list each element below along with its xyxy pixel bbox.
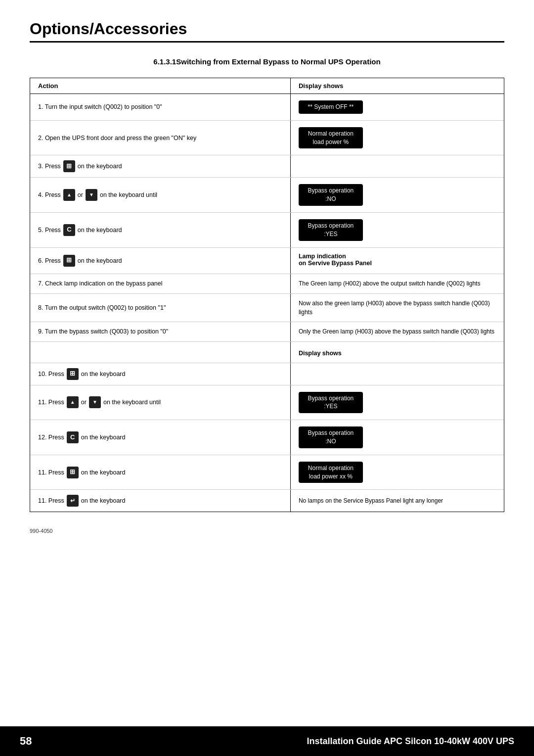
table-row: 2. Open the UPS front door and press the… — [30, 121, 504, 156]
table-row: 11. Press on the keyboard Normal operati… — [30, 455, 504, 490]
action-mid: or — [81, 397, 87, 407]
action-cell: 2. Open the UPS front door and press the… — [30, 121, 291, 155]
action-cell: 12. Press C on the keyboard — [30, 420, 291, 455]
page-title: Options/Accessories — [30, 20, 504, 38]
display-cell: Normal operationload power xx % — [291, 455, 504, 490]
action-line: 10. Press on the keyboard — [38, 368, 282, 380]
action-cell: 10. Press on the keyboard — [30, 363, 291, 385]
document-code: 990-4050 — [30, 528, 53, 534]
action-cell: 3. Press on the keyboard — [30, 155, 291, 177]
action-prefix: 3. Press — [38, 161, 61, 171]
action-suffix: on the keyboard — [81, 369, 126, 379]
display-cell: Lamp indicationon Servive Bypass Panel — [291, 248, 504, 274]
table-row: 10. Press on the keyboard — [30, 363, 504, 385]
action-suffix: on the keyboard — [78, 225, 122, 235]
display-cell: No lamps on the Service Bypass Panel lig… — [291, 490, 504, 512]
action-text: 1. Turn the input switch (Q002) to posit… — [38, 103, 282, 110]
grid-keyboard-icon — [63, 255, 75, 267]
page-content: Options/Accessories 6.1.3.1Switching fro… — [0, 0, 534, 522]
display-cell — [291, 155, 504, 177]
action-line: 3. Press on the keyboard — [38, 160, 282, 172]
action-line: 4. Press or on the keyboard until — [38, 189, 282, 201]
lamp-text: Now also the green lamp (H003) above the… — [299, 299, 496, 317]
action-suffix: on the keyboard — [78, 161, 122, 171]
display-cell — [291, 363, 504, 385]
action-cell: 1. Turn the input switch (Q002) to posit… — [30, 94, 291, 120]
table-row: 3. Press on the keyboard — [30, 155, 504, 178]
display-shows-subheader: Display shows — [299, 347, 496, 358]
table-row: 1. Turn the input switch (Q002) to posit… — [30, 94, 504, 121]
display-cell: Bypass operation:YES — [291, 213, 504, 247]
display-badge: Normal operationload power xx % — [299, 462, 363, 483]
display-cell: The Green lamp (H002) above the output s… — [291, 274, 504, 293]
table-row: 11. Press or on the keyboard until Bypas… — [30, 385, 504, 421]
table-row: 12. Press C on the keyboard Bypass opera… — [30, 420, 504, 455]
c-keyboard-icon: C — [67, 431, 79, 443]
action-cell — [30, 342, 291, 363]
action-line: 11. Press or on the keyboard until — [38, 396, 282, 408]
lamp-text: Only the Green lamp (H003) above the byp… — [299, 327, 494, 336]
main-table: Action Display shows 1. Turn the input s… — [30, 78, 504, 512]
bottom-bar: 58 Installation Guide APC Silcon 10-40kW… — [0, 726, 534, 756]
table-row: 7. Check lamp indication on the bypass p… — [30, 274, 504, 294]
display-badge: ** System OFF ** — [299, 100, 363, 114]
action-cell: 11. Press or on the keyboard until — [30, 385, 291, 420]
action-prefix: 12. Press — [38, 432, 64, 442]
table-body: 1. Turn the input switch (Q002) to posit… — [30, 94, 504, 512]
table-row: 4. Press or on the keyboard until Bypass… — [30, 178, 504, 213]
display-badge: Normal operationload power % — [299, 127, 363, 149]
action-cell: 6. Press on the keyboard — [30, 248, 291, 274]
display-badge: Bypass operation:YES — [299, 392, 363, 414]
display-column-header: Display shows — [291, 78, 504, 94]
action-suffix: on the keyboard — [78, 256, 122, 266]
display-badge: Bypass operation:YES — [299, 219, 363, 241]
action-cell: 8. Turn the output switch (Q002) to posi… — [30, 294, 291, 322]
action-suffix: on the keyboard until — [100, 190, 157, 200]
display-badge: Bypass operation:NO — [299, 426, 363, 448]
action-cell: 4. Press or on the keyboard until — [30, 178, 291, 212]
action-prefix: 5. Press — [38, 225, 61, 235]
action-prefix: 10. Press — [38, 369, 64, 379]
action-text: 2. Open the UPS front door and press the… — [38, 135, 282, 142]
action-cell: 11. Press on the keyboard — [30, 490, 291, 512]
action-suffix: on the keyboard — [81, 468, 126, 477]
display-cell: Only the Green lamp (H003) above the byp… — [291, 322, 504, 341]
footer-code: 990-4050 — [0, 522, 534, 534]
action-line: 6. Press on the keyboard — [38, 255, 282, 267]
grid-keyboard-icon — [67, 467, 79, 478]
action-cell: 9. Turn the bypass switch (Q003) to posi… — [30, 322, 291, 341]
display-cell: Normal operationload power % — [291, 121, 504, 155]
arrow-down-icon — [86, 189, 97, 201]
grid-keyboard-icon — [67, 368, 79, 380]
action-text: 8. Turn the output switch (Q002) to posi… — [38, 304, 282, 311]
table-row: 11. Press on the keyboard No lamps on th… — [30, 490, 504, 512]
action-cell: 7. Check lamp indication on the bypass p… — [30, 274, 291, 293]
action-column-header: Action — [30, 78, 291, 94]
action-line: 12. Press C on the keyboard — [38, 431, 282, 443]
display-badge: Bypass operation:NO — [299, 184, 363, 206]
action-mid: or — [78, 190, 83, 200]
arrow-down-icon — [89, 396, 101, 408]
display-cell: Bypass operation:NO — [291, 178, 504, 212]
display-cell: Bypass operation:YES — [291, 385, 504, 420]
action-line: 11. Press on the keyboard — [38, 495, 282, 507]
table-row: 8. Turn the output switch (Q002) to posi… — [30, 294, 504, 322]
table-row: 6. Press on the keyboard Lamp indication… — [30, 248, 504, 274]
title-divider — [30, 41, 504, 43]
action-suffix: on the keyboard — [81, 432, 126, 442]
action-prefix: 4. Press — [38, 190, 61, 200]
table-header-row: Action Display shows — [30, 78, 504, 94]
table-row: 5. Press C on the keyboard Bypass operat… — [30, 213, 504, 248]
action-prefix: 11. Press — [38, 468, 64, 477]
action-prefix: 6. Press — [38, 256, 61, 266]
action-cell: 5. Press C on the keyboard — [30, 213, 291, 247]
grid-keyboard-icon — [63, 160, 75, 172]
lamp-indication-header: Lamp indicationon Servive Bypass Panel — [299, 253, 372, 267]
enter-keyboard-icon — [67, 495, 79, 507]
action-cell: 11. Press on the keyboard — [30, 455, 291, 490]
action-text: 7. Check lamp indication on the bypass p… — [38, 280, 282, 287]
table-row: Display shows — [30, 342, 504, 363]
arrow-up-icon — [67, 396, 79, 408]
display-cell: Now also the green lamp (H003) above the… — [291, 294, 504, 322]
bottom-title: Installation Guide APC Silcon 10-40kW 40… — [307, 736, 514, 747]
